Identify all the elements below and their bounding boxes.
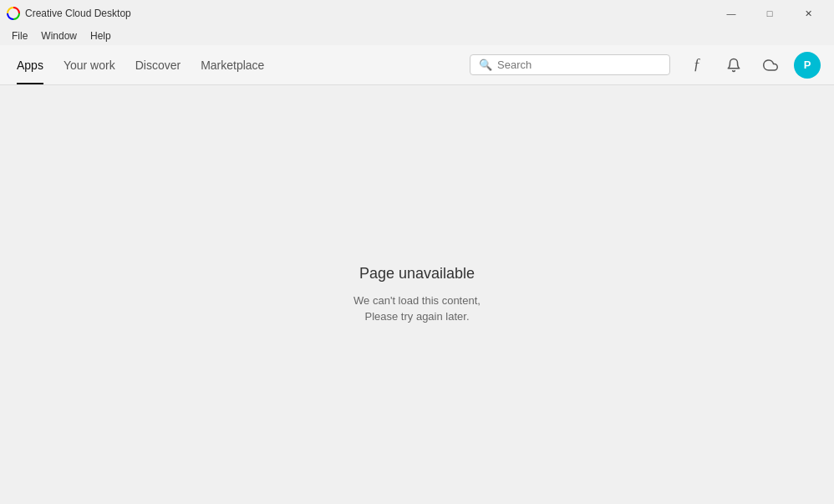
cloud-button[interactable]: [757, 52, 784, 79]
app-icon: [7, 7, 20, 20]
search-icon: 🔍: [479, 59, 492, 71]
bell-icon: [726, 58, 741, 73]
notifications-button[interactable]: [720, 52, 747, 79]
title-bar-controls: — □ ✕: [712, 0, 827, 27]
avatar-initials: P: [804, 59, 811, 71]
main-content: Page unavailable We can't load this cont…: [0, 85, 834, 504]
error-subtitle: We can't load this content, Please try a…: [353, 293, 481, 325]
search-box: 🔍: [470, 54, 670, 75]
title-bar: Creative Cloud Desktop — □ ✕: [0, 0, 834, 27]
nav-tabs: Apps Your work Discover Marketplace: [13, 45, 274, 84]
close-button[interactable]: ✕: [789, 0, 827, 27]
menu-file[interactable]: File: [7, 28, 33, 43]
error-line1: We can't load this content,: [353, 294, 481, 307]
nav-bar: Apps Your work Discover Marketplace 🔍 ƒ: [0, 45, 834, 85]
maximize-button[interactable]: □: [750, 0, 789, 27]
avatar[interactable]: P: [794, 52, 821, 79]
cloud-icon: [762, 58, 779, 73]
title-bar-left: Creative Cloud Desktop: [7, 7, 131, 20]
error-title: Page unavailable: [353, 265, 481, 283]
nav-actions: ƒ P: [684, 52, 821, 79]
error-line2: Please try again later.: [364, 310, 469, 323]
error-container: Page unavailable We can't load this cont…: [353, 265, 481, 325]
minimize-button[interactable]: —: [712, 0, 750, 27]
tab-your-work[interactable]: Your work: [53, 45, 125, 84]
search-area: 🔍: [470, 54, 670, 75]
menu-bar: File Window Help: [0, 27, 834, 45]
window-title: Creative Cloud Desktop: [25, 8, 131, 19]
tab-apps[interactable]: Apps: [13, 45, 53, 84]
tab-marketplace[interactable]: Marketplace: [191, 45, 274, 84]
menu-window[interactable]: Window: [36, 28, 82, 43]
tab-discover[interactable]: Discover: [125, 45, 191, 84]
search-input[interactable]: [497, 59, 661, 71]
menu-help[interactable]: Help: [85, 28, 116, 43]
font-button[interactable]: ƒ: [684, 52, 710, 79]
